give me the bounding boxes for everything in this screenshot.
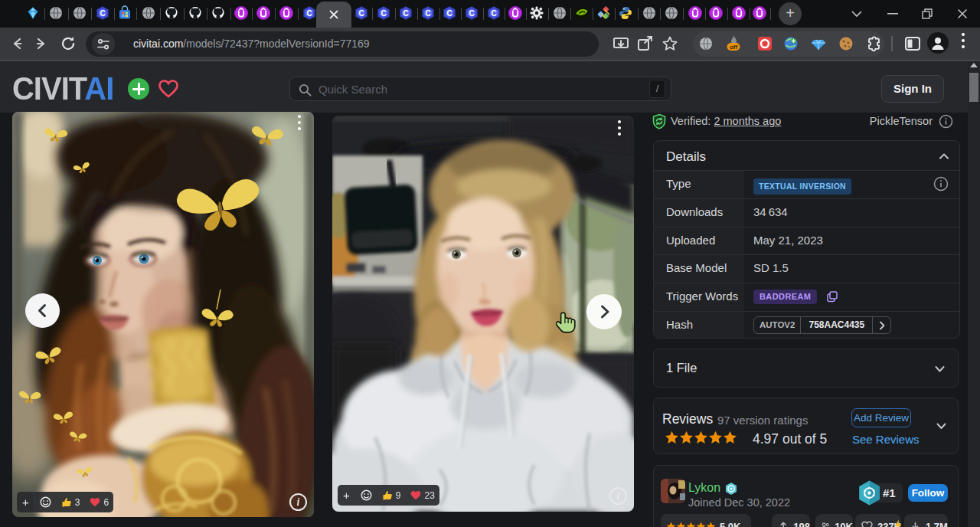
svg-text:C: C [100, 9, 105, 18]
svg-text:C: C [403, 9, 408, 18]
svg-text:C: C [469, 9, 474, 18]
svg-text:C: C [446, 9, 452, 18]
svg-text:C: C [425, 9, 430, 18]
svg-text:C: C [306, 9, 312, 18]
svg-text:off: off [730, 44, 738, 51]
svg-text:C: C [381, 9, 386, 18]
svg-text:C: C [491, 9, 496, 18]
svg-text:C: C [358, 9, 364, 18]
